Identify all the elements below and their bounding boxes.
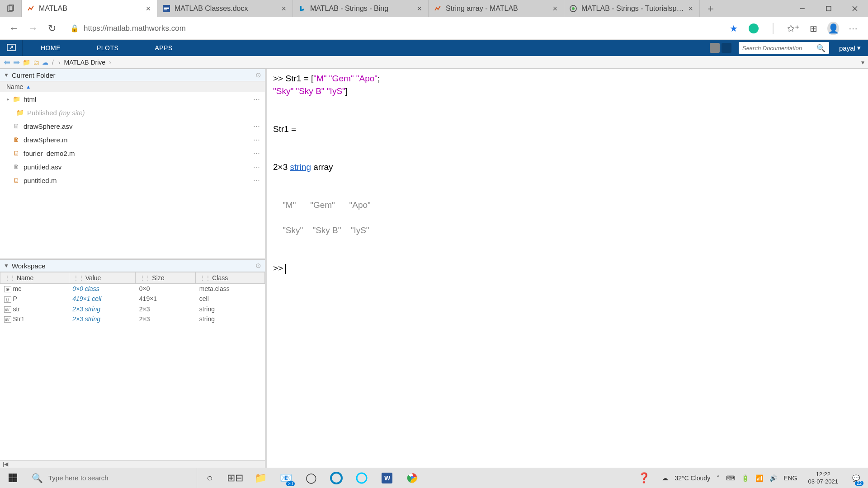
file-actions-icon[interactable]: ⋯ xyxy=(253,122,260,130)
doc-search-input[interactable] xyxy=(742,45,815,52)
file-actions-icon[interactable]: ⋯ xyxy=(253,136,260,144)
menu-button[interactable]: ⋯ xyxy=(847,23,859,34)
folder-item-published[interactable]: 📁 Published (my site) xyxy=(0,106,265,119)
path-browse-icon[interactable]: 🗂 xyxy=(33,59,39,66)
browser-tab-tutorialspoint[interactable]: MATLAB - Strings - Tutorialspoint × xyxy=(564,0,700,17)
weather-icon[interactable]: ☁ xyxy=(662,474,668,482)
file-actions-icon[interactable]: ⋯ xyxy=(253,95,260,103)
app-icon[interactable]: ◯ xyxy=(298,468,324,488)
file-item-drawsphere-m[interactable]: 🗎 drawSphere.m ⋯ xyxy=(0,133,265,146)
mail-icon[interactable]: 📧30 xyxy=(273,468,298,488)
task-view-icon[interactable]: ⊞⊟ xyxy=(222,468,248,488)
workspace-header[interactable]: ▼ Workspace ⊙ xyxy=(0,259,265,272)
cloud-icon[interactable]: ☁ xyxy=(42,59,48,66)
file-item-fourier[interactable]: 🗎 fourier_demo2.m ⋯ xyxy=(0,146,265,160)
user-menu[interactable]: payal ▾ xyxy=(832,40,868,56)
string-link[interactable]: string xyxy=(290,162,311,172)
file-item-puntitled-m[interactable]: 🗎 puntitled.m ⋯ xyxy=(0,174,265,187)
path-fwd-icon[interactable]: ➡ xyxy=(13,57,20,67)
file-explorer-icon[interactable]: 📁 xyxy=(248,468,273,488)
profile-button[interactable]: 👤 xyxy=(827,23,839,34)
collections-icon[interactable]: ⊞ xyxy=(807,23,819,34)
edge-icon[interactable] xyxy=(324,468,349,488)
new-tab-button[interactable]: ＋ xyxy=(700,0,722,17)
ws-row[interactable]: ◉mc 0×0 class 0×0 meta.class xyxy=(0,284,265,294)
close-icon[interactable]: × xyxy=(416,4,423,14)
file-item-puntitled-asv[interactable]: 🗎 puntitled.asv ⋯ xyxy=(0,160,265,174)
redo-button[interactable] xyxy=(722,43,731,53)
notifications-icon[interactable]: 💬22 xyxy=(849,471,863,485)
expand-icon[interactable]: ▸ xyxy=(5,96,12,102)
ribbon-tab-apps[interactable]: APPS xyxy=(137,40,190,56)
battery-icon[interactable]: 🔋 xyxy=(741,474,749,482)
browser-tab-docx[interactable]: MATLAB Classes.docx × xyxy=(157,0,293,17)
folder-item-html[interactable]: ▸ 📁 html ⋯ xyxy=(0,92,265,106)
ws-col-name[interactable]: ⋮⋮Name xyxy=(0,272,69,284)
forward-button[interactable]: → xyxy=(24,19,42,38)
tray-expand-icon[interactable]: ˄ xyxy=(717,474,720,482)
ws-col-value[interactable]: ⋮⋮Value xyxy=(69,272,136,284)
doc-search[interactable]: 🔍 xyxy=(739,42,829,54)
ws-col-class[interactable]: ⋮⋮Class xyxy=(196,272,265,284)
favorite-star-icon[interactable]: ★ xyxy=(728,23,740,34)
browser-tab-bing[interactable]: MATLAB - Strings - Bing × xyxy=(293,0,429,17)
minimize-button[interactable] xyxy=(789,0,816,17)
file-name: puntitled.asv xyxy=(24,163,253,171)
grammarly-icon[interactable] xyxy=(748,23,760,34)
time-text: 12:22 xyxy=(808,471,839,478)
url-field[interactable]: 🔒 https://matlab.mathworks.com xyxy=(65,20,720,37)
wifi-icon[interactable]: 📶 xyxy=(755,474,763,482)
file-actions-icon[interactable]: ⋯ xyxy=(253,149,260,157)
current-folder-header[interactable]: ▼ Current Folder ⊙ xyxy=(0,69,265,81)
language-indicator[interactable]: ENG xyxy=(783,474,797,482)
breadcrumb-root[interactable]: MATLAB Drive xyxy=(64,59,106,66)
browser-tab-stringarray[interactable]: String array - MATLAB × xyxy=(429,0,564,17)
help-icon[interactable]: ❓ xyxy=(631,468,656,488)
folder-column-header[interactable]: Name ▲ xyxy=(0,81,265,92)
path-back-icon[interactable]: ⬅ xyxy=(4,57,10,67)
chrome-icon[interactable] xyxy=(400,468,425,488)
ribbon-tab-plots[interactable]: PLOTS xyxy=(79,40,137,56)
word-icon[interactable]: W xyxy=(374,468,400,488)
tab-actions-icon[interactable] xyxy=(0,0,22,17)
folder-icon: 📁 xyxy=(12,95,21,103)
close-icon[interactable]: × xyxy=(552,4,558,14)
close-window-button[interactable] xyxy=(842,0,868,17)
path-up-icon[interactable]: 📁 xyxy=(23,59,30,66)
back-button[interactable]: ← xyxy=(5,19,24,38)
panel-menu-icon[interactable]: ⊙ xyxy=(255,262,261,270)
var-value: 419×1 cell xyxy=(69,294,136,304)
close-icon[interactable]: × xyxy=(687,4,694,14)
panel-menu-icon[interactable]: ⊙ xyxy=(255,71,261,79)
ws-row[interactable]: strStr1 2×3 string 2×3 string xyxy=(0,314,265,324)
ribbon-tab-home[interactable]: HOME xyxy=(23,40,79,56)
start-button[interactable] xyxy=(0,468,25,488)
cortana-icon[interactable]: ○ xyxy=(197,468,222,488)
file-actions-icon[interactable]: ⋯ xyxy=(253,176,260,184)
clock[interactable]: 12:22 03-07-2021 xyxy=(804,471,843,485)
undo-button[interactable] xyxy=(710,43,720,53)
maximize-button[interactable] xyxy=(816,0,842,17)
weather-text[interactable]: 32°C Cloudy xyxy=(675,474,710,482)
favorites-icon[interactable]: ✩⁺ xyxy=(788,23,799,34)
command-window[interactable]: >> Str1 = ["M" "Gem" "Apo"; "Sky" "Sky B… xyxy=(267,69,868,468)
file-item-drawsphere-asv[interactable]: 🗎 drawSphere.asv ⋯ xyxy=(0,119,265,133)
dock-icon[interactable] xyxy=(0,40,23,56)
path-dropdown-icon[interactable]: ▾ xyxy=(861,59,864,66)
taskbar-search[interactable]: 🔍 Type here to search xyxy=(25,468,197,488)
search-icon[interactable]: 🔍 xyxy=(816,44,826,52)
file-actions-icon[interactable]: ⋯ xyxy=(253,163,260,171)
close-icon[interactable]: × xyxy=(280,4,287,14)
alexa-icon[interactable] xyxy=(349,468,374,488)
ws-row[interactable]: strstr 2×3 string 2×3 string xyxy=(0,304,265,314)
bing-favicon-icon xyxy=(298,5,306,12)
cmd-prompt[interactable]: >> xyxy=(273,262,862,275)
onedrive-icon[interactable]: ⌨ xyxy=(726,474,735,482)
matlab-favicon-icon xyxy=(434,5,441,12)
refresh-button[interactable]: ↻ xyxy=(42,19,61,38)
close-icon[interactable]: × xyxy=(145,4,151,14)
ws-row[interactable]: {}P 419×1 cell 419×1 cell xyxy=(0,294,265,304)
browser-tab-matlab[interactable]: MATLAB × xyxy=(22,0,157,17)
volume-icon[interactable]: 🔊 xyxy=(769,474,777,482)
ws-col-size[interactable]: ⋮⋮Size xyxy=(136,272,196,284)
